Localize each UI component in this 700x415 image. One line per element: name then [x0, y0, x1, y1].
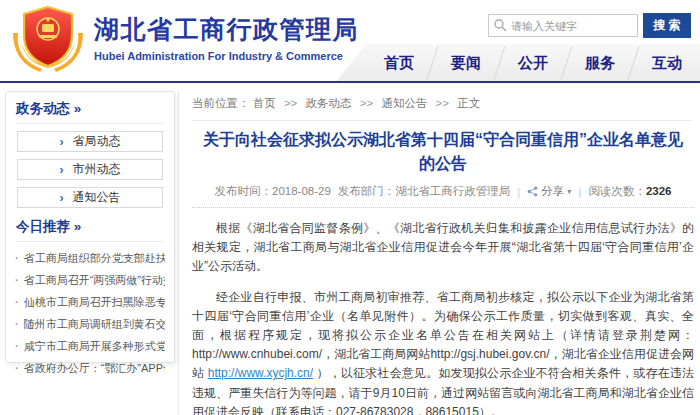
recommend-item-label: 省政府办公厅：“鄂汇办”APP使用… [24, 362, 165, 374]
chevron-right-icon: › [60, 136, 64, 148]
emblem-icon [12, 5, 84, 75]
meta-divider: | [517, 186, 520, 198]
chevron-right-icon: › [60, 164, 64, 176]
article: 关于向社会征求拟公示湖北省第十四届“守合同重信用”企业名单意见的公告 发布时间：… [192, 122, 694, 415]
recommend-item-label: 随州市工商局调研组到黄石交流消费… [24, 318, 165, 330]
column-divider [178, 91, 179, 415]
recommend-item-label: 咸宁市工商局开展多种形式党章党纪… [24, 340, 165, 352]
paragraph-2: 经企业自行申报、市州工商局初审推荐、省工商局初步核定，拟公示以下企业为湖北省第十… [192, 288, 694, 415]
sidebar-item-label: 市州动态 [73, 161, 121, 178]
sidebar-item-label: 通知公告 [73, 189, 121, 206]
nav-item-interaction[interactable]: 互动 [634, 44, 700, 82]
breadcrumb-separator: >> [360, 97, 373, 109]
brand-block: 湖北省工商行政管理局 Hubei Administration For Indu… [94, 13, 359, 62]
recommend-list: ·省工商局组织部分党支部赴扶贫驻点… ·省工商局召开“两强两做”行动交流… ·仙… [15, 247, 165, 379]
recommend-item[interactable]: ·省工商局组织部分党支部赴扶贫驻点… [15, 247, 165, 269]
breadcrumb-separator: >> [436, 97, 449, 109]
recommend-item[interactable]: ·省政府办公厅：“鄂汇办”APP使用… [15, 357, 165, 379]
breadcrumb: 当前位置： 首页 >> 政务动态 >> 通知公告 >> 正文 [192, 96, 692, 121]
main-nav: 首页 要闻 公开 服务 互动 [336, 44, 700, 82]
dotted-divider [192, 207, 694, 208]
recommend-item[interactable]: ·随州市工商局调研组到黄石交流消费… [15, 313, 165, 335]
article-body: 根据《湖北省合同监督条例》、《湖北省行政机关归集和披露企业信用信息试行办法》的相… [192, 219, 694, 415]
sidebar-section-title-zhengwu: 政务动态 » [16, 100, 164, 124]
bullet-icon: · [15, 252, 19, 264]
xycjh-link[interactable]: http://www.xycjh.cn/ [208, 366, 313, 380]
site-subtitle: Hubei Administration For Industry & Comm… [94, 50, 359, 62]
bullet-icon: · [15, 362, 19, 374]
read-count-group: 阅读次数：2326 [588, 184, 671, 199]
recommend-item[interactable]: ·省工商局召开“两强两做”行动交流… [15, 269, 165, 291]
share-label: 分享 [541, 184, 564, 199]
nav-item-home[interactable]: 首页 [366, 44, 432, 82]
bullet-icon: · [15, 340, 19, 352]
share-button[interactable]: 分享 ▾ [527, 184, 571, 199]
recommend-item[interactable]: ·咸宁市工商局开展多种形式党章党纪… [15, 335, 165, 357]
article-title: 关于向社会征求拟公示湖北省第十四届“守合同重信用”企业名单意见的公告 [200, 128, 686, 176]
nav-item-news[interactable]: 要闻 [433, 44, 499, 82]
nav-underline [0, 81, 700, 83]
breadcrumb-current: 正文 [457, 97, 480, 109]
breadcrumb-label: 当前位置： [192, 97, 250, 109]
article-meta: 发布时间：2018-08-29 发布部门：湖北省工商行政管理局 | 分享 ▾ |… [192, 184, 694, 199]
saic-emblem-logo [12, 5, 84, 75]
publish-time: 发布时间：2018-08-29 [215, 184, 331, 199]
search-icon [493, 18, 507, 32]
sidebar-item-shengju-dongtai[interactable]: › 省局动态 [17, 131, 163, 152]
recommend-item[interactable]: ·仙桃市工商局召开扫黑除恶专项斗争… [15, 291, 165, 313]
recommend-item-label: 省工商局组织部分党支部赴扶贫驻点… [24, 252, 165, 264]
chevron-right-icon: › [60, 192, 64, 204]
sidebar-section-title-recommend: 今日推荐 » [16, 218, 164, 242]
sidebar: 政务动态 » › 省局动态 › 市州动态 › 通知公告 今日推荐 » ·省工商局… [5, 91, 175, 363]
site-search: 搜 索 [488, 13, 691, 38]
site-title: 湖北省工商行政管理局 [94, 13, 359, 46]
nav-item-services[interactable]: 服务 [567, 44, 633, 82]
bullet-icon: · [15, 274, 19, 286]
search-button[interactable]: 搜 索 [643, 13, 691, 38]
publish-department: 发布部门：湖北省工商行政管理局 [338, 184, 511, 199]
site-header: 湖北省工商行政管理局 Hubei Administration For Indu… [0, 0, 700, 84]
breadcrumb-zhengwu[interactable]: 政务动态 [306, 97, 352, 109]
recommend-item-label: 仙桃市工商局召开扫黑除恶专项斗争… [24, 296, 165, 308]
share-icon [527, 186, 538, 197]
search-input[interactable] [488, 14, 638, 37]
meta-divider: | [578, 186, 581, 198]
paragraph-1: 根据《湖北省合同监督条例》、《湖北省行政机关归集和披露企业信用信息试行办法》的相… [192, 219, 694, 277]
nav-item-disclosure[interactable]: 公开 [500, 44, 566, 82]
bullet-icon: · [15, 296, 19, 308]
caret-down-icon: ▾ [567, 187, 571, 196]
breadcrumb-tongzhi[interactable]: 通知公告 [381, 97, 427, 109]
sidebar-item-shizhou-dongtai[interactable]: › 市州动态 [17, 159, 163, 180]
recommend-item-label: 省工商局召开“两强两做”行动交流… [24, 274, 165, 286]
breadcrumb-separator: >> [284, 97, 297, 109]
sidebar-item-tongzhi-gonggao[interactable]: › 通知公告 [17, 187, 163, 208]
bullet-icon: · [15, 318, 19, 330]
read-count-value: 2326 [646, 185, 672, 197]
sidebar-item-label: 省局动态 [73, 133, 121, 150]
breadcrumb-home[interactable]: 首页 [253, 97, 276, 109]
